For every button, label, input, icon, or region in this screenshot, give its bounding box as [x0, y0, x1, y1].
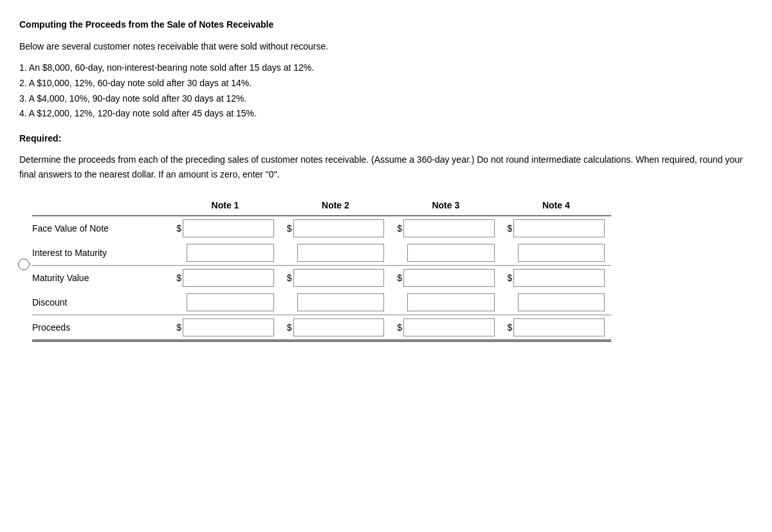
- dollar-sign-mv1: $: [176, 273, 181, 283]
- input-face-value-note2[interactable]: [293, 219, 385, 237]
- intro-text: Below are several customer notes receiva…: [19, 41, 753, 51]
- note-item-2: 2. A $10,000, 12%, 60-day note sold afte…: [19, 76, 753, 91]
- dollar-sign-mv3: $: [397, 273, 402, 283]
- dollar-sign-fv4: $: [508, 223, 513, 234]
- input-face-value-note3[interactable]: [403, 219, 495, 237]
- data-table: Note 1 Note 2 Note 3 Note 4 Face Value o…: [32, 197, 611, 342]
- cell-face-value-note2: $: [280, 216, 391, 241]
- label-maturity-value: Maturity Value: [32, 265, 170, 290]
- instructions: Determine the proceeds from each of the …: [19, 152, 753, 181]
- note-item-3: 3. A $4,000, 10%, 90-day note sold after…: [19, 91, 753, 107]
- input-discount-note4[interactable]: [518, 293, 605, 311]
- input-interest-note1[interactable]: [187, 244, 273, 262]
- cell-interest-note1: [170, 241, 280, 266]
- header-note2: Note 2: [280, 197, 391, 216]
- input-interest-note2[interactable]: [297, 244, 384, 262]
- input-discount-note3[interactable]: [407, 293, 494, 311]
- header-note3: Note 3: [391, 197, 501, 216]
- page-wrapper: Computing the Proceeds from the Sale of …: [19, 19, 753, 342]
- input-interest-note4[interactable]: [518, 244, 605, 262]
- input-interest-note3[interactable]: [407, 244, 494, 262]
- table-header-row: Note 1 Note 2 Note 3 Note 4: [32, 197, 611, 216]
- page-title: Computing the Proceeds from the Sale of …: [19, 19, 753, 30]
- cell-proceeds-note3: $: [391, 315, 501, 340]
- cell-interest-note2: [280, 241, 391, 266]
- cell-discount-note2: [280, 290, 391, 315]
- header-note1: Note 1: [170, 197, 280, 216]
- required-label: Required:: [19, 133, 753, 143]
- row-proceeds: Proceeds $ $: [32, 315, 611, 340]
- label-interest-maturity: Interest to Maturity: [32, 241, 170, 266]
- row-interest-maturity: Interest to Maturity: [32, 241, 611, 266]
- input-face-value-note1[interactable]: [183, 219, 274, 237]
- input-proceeds-note4[interactable]: [513, 318, 605, 336]
- row-face-value: Face Value of Note $ $: [32, 216, 611, 241]
- header-note4: Note 4: [501, 197, 611, 216]
- notes-list: 1. An $8,000, 60-day, non-interest-beari…: [19, 60, 753, 122]
- input-face-value-note4[interactable]: [513, 219, 605, 237]
- input-maturity-note3[interactable]: [403, 269, 495, 287]
- dollar-sign-fv1: $: [176, 223, 181, 234]
- cell-proceeds-note1: $: [170, 315, 280, 340]
- cell-face-value-note3: $: [391, 216, 501, 241]
- input-proceeds-note3[interactable]: [403, 318, 495, 336]
- input-maturity-note2[interactable]: [293, 269, 385, 287]
- label-discount: Discount: [32, 290, 170, 315]
- label-face-value: Face Value of Note: [32, 216, 170, 241]
- header-label-col: [32, 197, 170, 216]
- row-discount: Discount: [32, 290, 611, 315]
- cell-proceeds-note4: $: [501, 315, 611, 340]
- cell-face-value-note1: $: [170, 216, 280, 241]
- note-item-4: 4. A $12,000, 12%, 120-day note sold aft…: [19, 106, 753, 122]
- input-discount-note2[interactable]: [297, 293, 384, 311]
- cell-maturity-note4: $: [501, 265, 611, 290]
- table-container: Note 1 Note 2 Note 3 Note 4 Face Value o…: [32, 197, 611, 342]
- input-maturity-note1[interactable]: [183, 269, 274, 287]
- cell-interest-note3: [391, 241, 501, 266]
- cell-face-value-note4: $: [501, 216, 611, 241]
- cell-discount-note1: [170, 290, 280, 315]
- dollar-sign-p2: $: [287, 322, 292, 333]
- cell-maturity-note3: $: [391, 265, 501, 290]
- input-proceeds-note2[interactable]: [293, 318, 385, 336]
- dollar-sign-fv3: $: [397, 223, 402, 234]
- label-proceeds: Proceeds: [32, 315, 170, 340]
- circle-decoration: [18, 259, 30, 270]
- dollar-sign-fv2: $: [287, 223, 292, 234]
- dollar-sign-mv2: $: [287, 273, 292, 283]
- input-maturity-note4[interactable]: [513, 269, 605, 287]
- cell-interest-note4: [501, 241, 611, 266]
- input-proceeds-note1[interactable]: [183, 318, 274, 336]
- cell-discount-note3: [391, 290, 501, 315]
- row-maturity-value: Maturity Value $ $: [32, 265, 611, 290]
- cell-maturity-note2: $: [280, 265, 391, 290]
- cell-discount-note4: [501, 290, 611, 315]
- cell-maturity-note1: $: [170, 265, 280, 290]
- dollar-sign-p1: $: [176, 322, 181, 333]
- input-discount-note1[interactable]: [187, 293, 273, 311]
- dollar-sign-mv4: $: [508, 273, 513, 283]
- cell-proceeds-note2: $: [280, 315, 391, 340]
- note-item-1: 1. An $8,000, 60-day, non-interest-beari…: [19, 60, 753, 76]
- dollar-sign-p4: $: [508, 322, 513, 333]
- dollar-sign-p3: $: [397, 322, 402, 333]
